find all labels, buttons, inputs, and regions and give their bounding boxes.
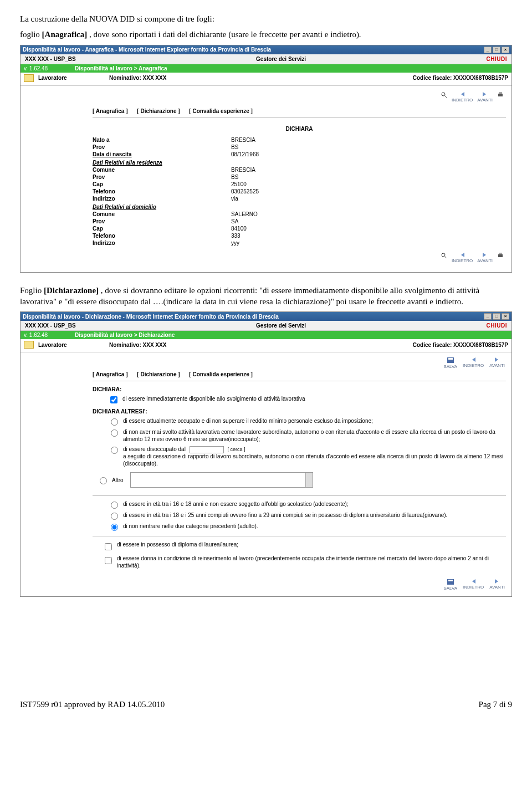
search-icon[interactable] — [441, 91, 447, 103]
chk-laurea-text: di essere in possesso di diploma di laur… — [117, 541, 506, 549]
k-comune2: Comune — [93, 211, 231, 217]
app-user: XXX XXX - USP_BS — [25, 56, 76, 62]
print-icon[interactable] — [497, 252, 504, 263]
toolbar-bottom: SALVA INDIETRO AVANTI — [93, 574, 506, 591]
v-comune1: BRESCIA — [231, 167, 506, 173]
avanti-button[interactable]: AVANTI — [477, 91, 493, 103]
dichiara-label: DICHIARA: — [93, 385, 506, 394]
tab-dichiarazione[interactable]: [ Dichiarazione ] — [137, 371, 180, 377]
k-prov2: Prov — [93, 174, 231, 180]
k-prov3: Prov — [93, 218, 231, 224]
cerca-link[interactable]: [ cerca ] — [227, 447, 245, 452]
codice-fiscale-label: Codice fiscale: XXXXXX68T08B157P — [413, 342, 508, 348]
svg-rect-11 — [499, 253, 502, 254]
app-close-link[interactable]: CHIUDI — [487, 323, 507, 329]
tab-dichiarazione[interactable]: [ Dichiarazione ] — [137, 108, 180, 114]
radio-mai-svolto[interactable] — [111, 429, 118, 437]
indietro-button[interactable]: INDIETRO — [463, 579, 484, 591]
minimize-icon[interactable]: _ — [484, 313, 492, 320]
avanti-button[interactable]: AVANTI — [477, 252, 493, 263]
v-cap1: 25100 — [231, 181, 506, 187]
svg-marker-18 — [472, 579, 475, 584]
k-prov1: Prov — [93, 144, 231, 150]
radio-disoccupato-dal[interactable] — [111, 447, 118, 454]
chk-laurea[interactable] — [105, 543, 112, 550]
v-prov1: BS — [231, 144, 506, 150]
radio-mai-svolto-text: di non aver mai svolto attività lavorati… — [123, 429, 506, 443]
indietro-button[interactable]: INDIETRO — [463, 357, 484, 369]
toolbar-bottom: INDIETRO AVANTI — [93, 247, 506, 267]
app-header: XXX XXX - USP_BS Gestore dei Servizi CHI… — [21, 54, 511, 64]
indietro-button[interactable]: INDIETRO — [452, 91, 473, 103]
close-icon[interactable]: × — [502, 47, 509, 53]
opt3-post: a seguito di cessazione di rapporto di l… — [123, 453, 503, 467]
page-footer: IST7599 r01 approved by RAD 14.05.2010 P… — [20, 700, 512, 709]
intro-pre: foglio — [20, 30, 42, 39]
v-ind2: yyy — [231, 240, 506, 246]
k-tel2: Telefono — [93, 233, 231, 239]
tabs: [ Anagrafica ] [ Dichiarazione ] [ Conva… — [93, 369, 506, 381]
intro-bold-anagrafica: [Anagrafica] — [42, 30, 88, 39]
minimize-icon[interactable]: _ — [484, 47, 492, 53]
salva-button[interactable]: SALVA — [443, 357, 457, 369]
intro-line-2: foglio [Anagrafica] , dove sono riportat… — [20, 29, 512, 40]
avanti-button[interactable]: AVANTI — [489, 579, 505, 591]
intro-post: , dove sono riportati i dati del dichiar… — [87, 30, 361, 39]
tab-convalida[interactable]: [ Convalida esperienze ] — [189, 371, 252, 377]
record-header: Lavoratore Nominativo: XXX XXX Codice fi… — [21, 73, 511, 86]
salva-button[interactable]: SALVA — [443, 579, 457, 591]
v-ind1: via — [231, 196, 506, 202]
radio-occupato-text: di essere attualmente occupato e di non … — [123, 418, 506, 425]
avanti-button[interactable]: AVANTI — [489, 357, 505, 369]
radio-adulto-text: di non rientrare nelle due categorie pre… — [123, 523, 506, 530]
k-comune1: Comune — [93, 167, 231, 173]
radio-altro[interactable] — [100, 477, 107, 484]
maximize-icon[interactable]: □ — [493, 313, 500, 320]
record-header: Lavoratore Nominativo: XXX XXX Codice fi… — [21, 339, 511, 352]
breadcrumb-bar: v. 1.62.48 Disponibilità al lavoro > Ana… — [21, 64, 511, 73]
window-titlebar: Disponibilità al lavoro - Anagrafica - M… — [21, 45, 511, 54]
app-version: v. 1.62.48 — [24, 332, 75, 338]
radio-giovane[interactable] — [111, 513, 118, 520]
toolbar-top: SALVA INDIETRO AVANTI — [93, 352, 506, 369]
content-panel: INDIETRO AVANTI [ Anagrafica ] [ Dichiar… — [21, 86, 511, 272]
chk-immediatamente-disponibile[interactable] — [110, 396, 117, 403]
tab-convalida[interactable]: [ Convalida esperienze ] — [189, 108, 252, 114]
v-prov2: BS — [231, 174, 506, 180]
search-icon[interactable] — [441, 252, 447, 263]
dichiara-block: DICHIARA: di essere immediatamente dispo… — [93, 381, 506, 574]
altro-textarea[interactable] — [130, 472, 313, 488]
toolbar-top: INDIETRO AVANTI — [93, 86, 506, 106]
tab-anagrafica[interactable]: [ Anagrafica ] — [93, 371, 128, 377]
separator — [93, 495, 506, 496]
radio-occupato[interactable] — [111, 418, 118, 426]
k-ind1: Indirizzo — [93, 196, 231, 202]
radio-adolescente[interactable] — [111, 502, 118, 509]
tabs: [ Anagrafica ] [ Dichiarazione ] [ Conva… — [93, 106, 506, 118]
data-disoccupato-input[interactable] — [190, 446, 224, 453]
nominativo-label: Nominativo: XXX XXX — [109, 342, 413, 348]
window-title: Disponibilità al lavoro - Dichiarazione … — [23, 314, 279, 320]
tab-anagrafica[interactable]: [ Anagrafica ] — [93, 108, 128, 114]
svg-marker-3 — [483, 92, 486, 96]
app-role: Gestore dei Servizi — [256, 323, 306, 329]
print-icon[interactable] — [497, 91, 504, 103]
svg-marker-15 — [495, 357, 498, 362]
lavoratore-label: Lavoratore — [38, 75, 105, 81]
v-tel2: 333 — [231, 233, 506, 239]
folder-icon — [24, 341, 34, 349]
maximize-icon[interactable]: □ — [493, 47, 500, 53]
chk-donna-reinserimento[interactable] — [105, 557, 112, 564]
screenshot-dichiarazione: Disponibilità al lavoro - Dichiarazione … — [20, 311, 512, 597]
subhead-domicilio: Dati Relativi al domicilio — [93, 202, 506, 211]
content-panel: SALVA INDIETRO AVANTI [ Anagrafica ] [ D… — [21, 352, 511, 596]
close-icon[interactable]: × — [502, 313, 509, 320]
indietro-button[interactable]: INDIETRO — [452, 252, 473, 263]
k-nato-a: Nato a — [93, 137, 231, 143]
app-close-link[interactable]: CHIUDI — [487, 56, 507, 62]
mid-paragraph: Foglio [Dichiarazione] , dove si dovrann… — [20, 285, 512, 308]
lavoratore-label: Lavoratore — [38, 342, 105, 348]
radio-adulto[interactable] — [111, 524, 118, 531]
app-user: XXX XXX - USP_BS — [25, 323, 76, 329]
svg-marker-8 — [461, 253, 464, 257]
